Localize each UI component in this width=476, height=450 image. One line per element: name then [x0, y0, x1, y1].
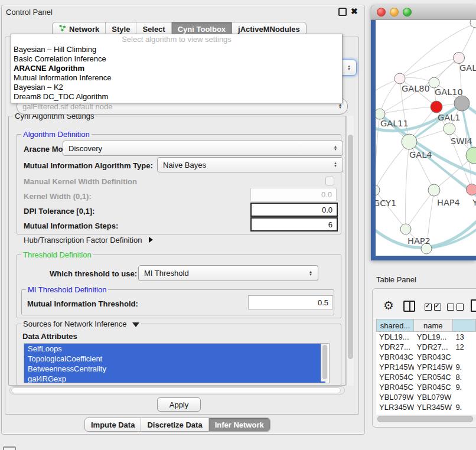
which-threshold-label: Which threshold to use: — [50, 269, 137, 278]
hub-definition-label: Hub/Transcription Factor Definition — [24, 236, 142, 244]
combo-stepper-icon — [334, 145, 337, 151]
network-canvas[interactable]: GALGAL80GAL10GAL1SWI4GAL11GAL4GCY1HAP4YH… — [376, 20, 476, 256]
network-edge — [409, 142, 434, 190]
data-attribute-item[interactable]: TopologicalCoefficient — [24, 354, 325, 364]
algorithm-option[interactable]: Dream8 DC_TDC Algorithm — [11, 92, 342, 102]
mi-threshold-input[interactable]: 0.5 — [248, 295, 333, 309]
tab-infer-network[interactable]: Infer Network — [209, 418, 270, 431]
network-node-hap2[interactable] — [400, 224, 411, 234]
window-close-button[interactable] — [377, 8, 386, 17]
column-header[interactable]: shared... — [376, 319, 414, 332]
network-node-label: HAP4 — [437, 198, 460, 207]
network-node-label: GAL1 — [438, 113, 460, 122]
table-row[interactable]: YER054CYER054C8. — [376, 372, 476, 382]
window-zoom-button[interactable] — [403, 8, 412, 17]
algorithm-option[interactable]: Bayesian – Hill Climbing — [11, 45, 342, 54]
gear-icon[interactable]: ⚙ — [383, 299, 394, 311]
kernel-width-label: Kernel Width (0,1): — [24, 192, 92, 201]
threshold-definition-title: Threshold Definition — [21, 250, 93, 259]
data-attribute-item[interactable]: gal4RGexp — [24, 374, 325, 383]
network-node-gal1[interactable] — [431, 101, 442, 113]
algorithm-option[interactable]: Bayesian – K2 — [11, 83, 342, 92]
table-row[interactable]: YLR345WYLR345W9. — [376, 402, 476, 412]
mi-type-combo[interactable]: Naive Bayes — [157, 157, 343, 172]
close-icon[interactable]: ✖ — [351, 7, 358, 15]
table-cell: YIL052C — [376, 412, 414, 415]
table-cell — [452, 352, 476, 362]
table-row[interactable]: YIL052CYIL052C9 — [376, 412, 476, 415]
table-row[interactable]: YBR043CYBR043C — [376, 352, 476, 362]
table-cell: YER054C — [414, 372, 453, 382]
table-row[interactable]: YBR045CYBR045C9. — [376, 382, 476, 392]
which-threshold-value: MI Threshold — [144, 269, 189, 278]
mi-steps-label: Mutual Information Steps: — [24, 221, 118, 230]
network-node-gal11[interactable] — [376, 109, 385, 119]
network-node[interactable] — [470, 20, 476, 28]
mi-steps-input[interactable]: 6 — [250, 217, 338, 231]
aracne-mode-value: Discovery — [69, 144, 102, 153]
dpi-tolerance-input[interactable]: 0.0 — [250, 203, 338, 217]
network-node-gal[interactable] — [454, 53, 465, 64]
table-cell: YBL079W — [376, 392, 414, 402]
aracne-mode-combo[interactable]: Discovery — [63, 141, 343, 156]
mi-type-label: Mutual Information Algorithm Type: — [24, 161, 153, 170]
network-node-gal80[interactable] — [395, 73, 405, 84]
algorithm-option[interactable]: Mutual Information Inference — [11, 73, 342, 83]
split-view-icon[interactable] — [403, 301, 415, 312]
select-all-columns-icon[interactable] — [425, 302, 441, 313]
table-cell: YBR045C — [414, 382, 453, 392]
data-attribute-item[interactable]: BetweennessCentrality — [24, 364, 325, 374]
algorithm-option[interactable]: Basic Correlation Inference — [11, 54, 342, 64]
manual-kernel-checkbox[interactable] — [325, 177, 334, 185]
network-node-swi4[interactable] — [444, 123, 455, 135]
table-header-row: shared...name — [376, 319, 476, 332]
tab-discretize-data[interactable]: Discretize Data — [141, 418, 208, 431]
table-row[interactable]: YDL19...YDL19...13 — [376, 332, 476, 342]
network-node-gal10[interactable] — [429, 77, 439, 88]
kernel-width-input[interactable]: 0.0 — [250, 188, 337, 201]
data-attributes-list[interactable]: SelfLoopsTopologicalCoefficientBetweenne… — [24, 343, 330, 383]
document-icon[interactable] — [471, 299, 476, 312]
column-header[interactable]: name — [414, 319, 453, 332]
network-node-hap4[interactable] — [428, 184, 440, 196]
mi-threshold-label: Mutual Information Threshold: — [27, 299, 138, 308]
network-node-gal4[interactable] — [402, 134, 417, 149]
table-cell: YLR345W — [414, 402, 453, 412]
network-node-gcy1[interactable] — [376, 185, 380, 195]
algorithm-option[interactable]: ARACNE Algorithm — [11, 64, 342, 73]
table-row[interactable]: YPR145WYPR145W9. — [376, 362, 476, 372]
sources-group-title[interactable]: Sources for Network Inference — [21, 319, 141, 328]
algorithm-definition-title: Algorithm Definition — [21, 130, 92, 139]
network-node[interactable] — [454, 96, 470, 111]
tab-impute-data-label: Impute Data — [91, 420, 135, 429]
tab-impute-data[interactable]: Impute Data — [85, 418, 141, 431]
settings-horizontal-scrollbar[interactable] — [9, 386, 345, 394]
table-row[interactable]: YBL079WYBL079W — [376, 392, 476, 402]
combo-stepper-icon — [334, 162, 337, 168]
attribute-list-scrollbar[interactable] — [321, 344, 328, 381]
control-panel-title: Control Panel — [6, 8, 53, 17]
apply-button[interactable]: Apply — [157, 397, 201, 412]
data-attribute-item[interactable]: SelfLoops — [24, 344, 325, 354]
table-cell: YDR27... — [414, 342, 453, 352]
minimized-panel-icon[interactable] — [3, 446, 16, 450]
expand-arrow-icon — [149, 237, 153, 243]
table-cell: 9. — [452, 402, 476, 412]
network-node-y[interactable] — [467, 184, 476, 195]
table-horizontal-scrollbar[interactable] — [376, 415, 475, 422]
column-header[interactable] — [453, 319, 476, 332]
hub-definition-toggle[interactable]: Hub/Transcription Factor Definition — [24, 236, 153, 244]
application-screen: Control Panel ✖ NetworkStyleSelectCyni T… — [0, 0, 476, 450]
node-table: shared...name YDL19...YDL19...13YDR27...… — [376, 319, 476, 415]
which-threshold-combo[interactable]: MI Threshold — [138, 265, 318, 281]
settings-vertical-scrollbar[interactable] — [346, 116, 354, 386]
table-cell: YBR043C — [376, 352, 414, 362]
window-minimize-button[interactable] — [390, 8, 399, 17]
table-row[interactable]: YDR27...YDR27...12 — [376, 342, 476, 352]
table-cell: 9. — [452, 382, 476, 392]
network-node-label: GAL11 — [380, 119, 409, 128]
float-window-icon[interactable] — [338, 8, 347, 16]
table-cell: YPR145W — [414, 362, 453, 372]
unselect-all-columns-icon[interactable] — [447, 302, 464, 313]
algorithm-dropdown-placeholder: Select algorithm to view settings — [11, 34, 342, 45]
